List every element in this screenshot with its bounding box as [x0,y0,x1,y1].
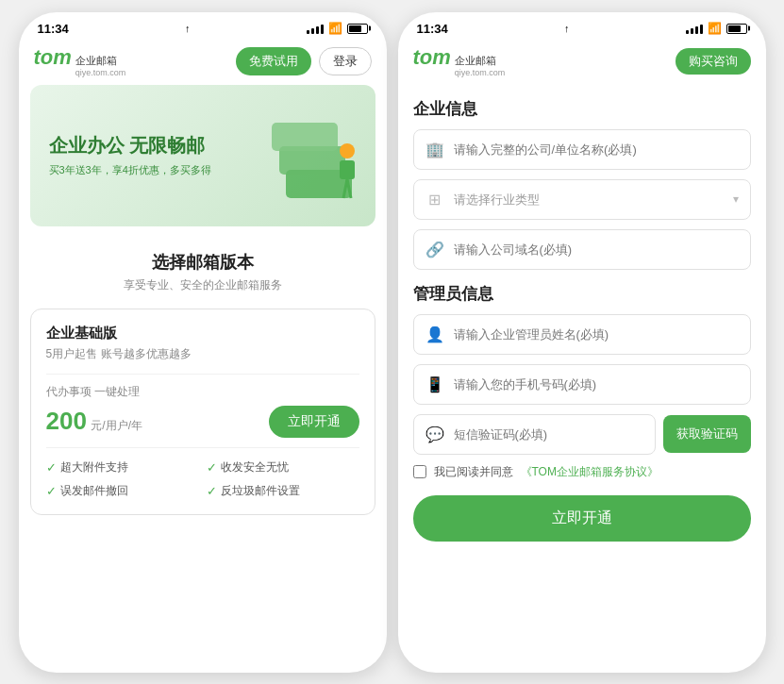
section-sub-title: 享受专业、安全的企业邮箱服务 [34,277,372,293]
feature-2: ✓ 收发安全无忧 [207,459,359,475]
phone-icon: 📱 [425,375,444,393]
grid-icon: ⊞ [425,191,444,209]
arrow-icon-2: ↑ [564,23,570,34]
check-icon-2: ✓ [207,460,217,475]
arrow-icon-1: ↑ [185,23,191,34]
get-code-button[interactable]: 获取验证码 [663,415,751,453]
feature-1: ✓ 超大附件支持 [46,459,199,475]
price-unit: 元/用户/年 [91,419,142,432]
admin-name-field[interactable]: 👤 [413,314,751,355]
industry-field[interactable]: ⊞ 请选择行业类型 ▾ [413,179,751,220]
plan-card: 企业基础版 5用户起售 账号越多优惠越多 代办事项 一键处理 200 元/用户/… [30,309,375,515]
admin-section-title: 管理员信息 [413,283,751,305]
card-title: 企业基础版 [46,325,359,342]
signal-icon-1 [307,23,324,34]
svg-rect-2 [272,123,338,151]
check-icon-1: ✓ [46,460,57,475]
section-title-area: 选择邮箱版本 享受专业、安全的企业邮箱服务 [19,242,387,297]
card-label: 代办事项 一键处理 [46,384,359,400]
phone-1: 11:34 ↑ 📶 tom 企业邮箱 q [19,12,387,673]
phone-field[interactable]: 📱 [413,364,751,405]
wifi-icon-2: 📶 [708,22,722,35]
phone-2: 11:34 ↑ 📶 tom 企业邮箱 q [398,12,766,673]
time-2: 11:34 [417,22,448,36]
sms-row: 💬 获取验证码 [413,414,751,455]
trial-button[interactable]: 免费试用 [236,47,311,75]
company-name-input[interactable] [454,142,739,157]
nav-bar-1: tom 企业邮箱 qiye.tom.com 免费试用 登录 [19,40,387,85]
logo-cn-2: 企业邮箱 [455,54,506,68]
admin-name-input[interactable] [454,327,739,342]
logo-url-1: qiye.tom.com [75,68,126,77]
feature-label-3: 误发邮件撤回 [60,483,128,499]
banner-text: 企业办公 无限畅邮 买3年送3年，享4折优惠，多买多得 [49,133,211,177]
banner-title: 企业办公 无限畅邮 [49,133,211,158]
svg-point-3 [340,143,355,158]
nav-buttons-1: 免费试用 登录 [236,47,372,75]
features-grid: ✓ 超大附件支持 ✓ 收发安全无忧 ✓ 误发邮件撤回 ✓ 反垃圾邮件设置 [46,459,359,499]
sms-input[interactable] [454,427,643,442]
battery-icon-1 [347,24,368,34]
banner: 企业办公 无限畅邮 买3年送3年，享4折优惠，多买多得 [30,85,375,226]
price-value: 200 [46,407,87,435]
logo-subtitle-2: 企业邮箱 qiye.tom.com [455,54,506,77]
domain-field[interactable]: 🔗 [413,229,751,270]
card-desc: 5用户起售 账号越多优惠越多 [46,346,359,362]
form-content: 企业信息 🏢 ⊞ 请选择行业类型 ▾ 🔗 管理员信息 [398,85,766,673]
feature-3: ✓ 误发邮件撤回 [46,483,199,499]
activate-button[interactable]: 立即开通 [269,406,359,438]
feature-4: ✓ 反垃圾邮件设置 [207,483,359,499]
agreement-checkbox[interactable] [413,465,426,478]
logo-tom-2: tom [413,45,451,70]
signal-icon-2 [686,23,703,34]
sms-icon: 💬 [425,425,444,443]
status-right-1: 📶 [307,22,368,35]
wifi-icon-1: 📶 [328,22,342,35]
status-right-2: 📶 [686,22,747,35]
person-icon: 👤 [425,325,444,343]
logo-url-2: qiye.tom.com [455,68,506,77]
price-row: 200 元/用户/年 立即开通 [46,406,359,438]
agreement-row: 我已阅读并同意 《TOM企业邮箱服务协议》 [413,464,751,480]
banner-illustration [272,104,366,208]
login-button[interactable]: 登录 [319,47,372,75]
logo-2: tom 企业邮箱 qiye.tom.com [413,45,506,77]
card-divider-1 [46,374,359,375]
feature-label-4: 反垃圾邮件设置 [221,483,300,499]
battery-icon-2 [726,24,747,34]
feature-label-2: 收发安全无忧 [221,459,289,475]
link-icon: 🔗 [425,241,444,259]
sms-field[interactable]: 💬 [413,414,656,455]
logo-1: tom 企业邮箱 qiye.tom.com [34,45,126,77]
agreement-link[interactable]: 《TOM企业邮箱服务协议》 [521,464,659,480]
logo-cn-1: 企业邮箱 [75,54,126,68]
phone-input[interactable] [454,377,739,392]
domain-input[interactable] [454,242,739,257]
company-name-field[interactable]: 🏢 [413,129,751,170]
feature-label-1: 超大附件支持 [60,459,128,475]
banner-sub: 买3年送3年，享4折优惠，多买多得 [49,163,211,177]
building-icon: 🏢 [425,141,444,158]
buy-button[interactable]: 购买咨询 [676,48,751,75]
section-main-title: 选择邮箱版本 [34,251,372,274]
check-icon-3: ✓ [46,484,57,498]
status-bar-2: 11:34 ↑ 📶 [398,12,766,40]
agreement-text: 我已阅读并同意 [434,464,513,480]
enterprise-section-title: 企业信息 [413,98,751,120]
svg-rect-4 [340,160,355,179]
industry-select[interactable]: 请选择行业类型 [454,192,733,207]
submit-button[interactable]: 立即开通 [413,495,751,542]
phone1-content: 企业办公 无限畅邮 买3年送3年，享4折优惠，多买多得 [19,85,387,673]
time-1: 11:34 [38,22,69,36]
price-display: 200 元/用户/年 [46,407,143,436]
nav-bar-2: tom 企业邮箱 qiye.tom.com 购买咨询 [398,40,766,85]
dropdown-arrow-icon: ▾ [733,192,739,206]
check-icon-4: ✓ [207,484,217,498]
logo-tom-1: tom [34,45,72,70]
card-divider-2 [46,447,359,448]
status-bar-1: 11:34 ↑ 📶 [19,12,387,40]
logo-subtitle-1: 企业邮箱 qiye.tom.com [75,54,126,77]
